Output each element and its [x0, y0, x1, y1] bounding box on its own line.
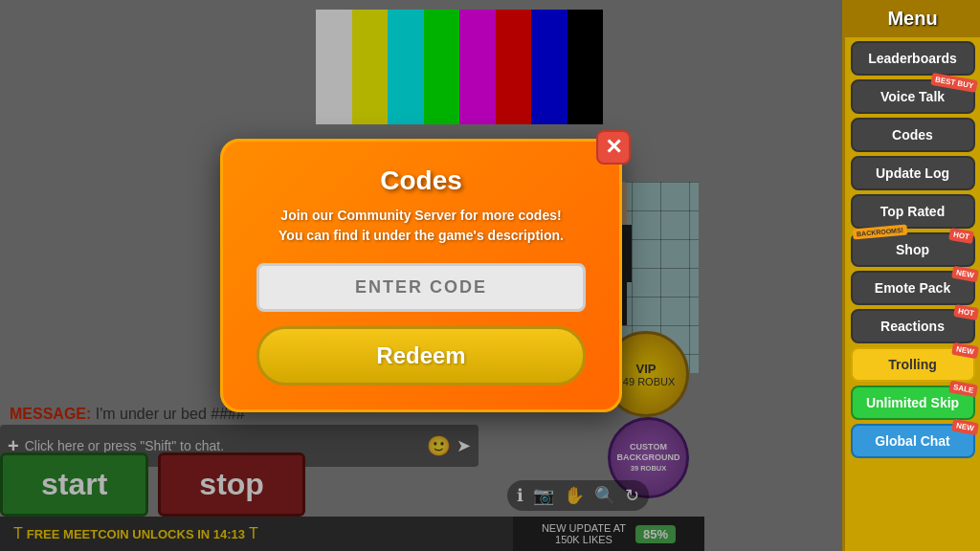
modal-overlay: ✕ Codes Join our Community Server for mo…	[0, 0, 842, 551]
reactions-label: Reactions	[880, 319, 945, 334]
trolling-label: Trolling	[888, 357, 937, 372]
menu-item-unlimited-skip[interactable]: Unlimited Skip SALE	[851, 386, 975, 420]
menu-item-update-log[interactable]: Update Log	[851, 156, 975, 190]
codes-modal: ✕ Codes Join our Community Server for mo…	[220, 139, 622, 412]
reactions-hot-badge: HOT	[953, 304, 979, 320]
modal-close-button[interactable]: ✕	[596, 130, 631, 165]
global-chat-label: Global Chat	[875, 433, 950, 449]
menu-panel: Menu Leaderboards Voice Talk BEST BUY Co…	[842, 0, 980, 551]
menu-item-trolling[interactable]: Trolling NEW	[851, 347, 975, 382]
menu-item-leaderboards[interactable]: Leaderboards	[851, 41, 975, 76]
code-input[interactable]	[256, 263, 586, 312]
unlimited-skip-label: Unlimited Skip	[866, 395, 959, 410]
trolling-new-badge: NEW	[951, 342, 979, 359]
global-chat-new-badge: NEW	[951, 419, 979, 435]
emote-pack-label: Emote Pack	[875, 280, 950, 296]
menu-title: Menu	[845, 0, 980, 37]
game-area: VIP 149 ROBUX CUSTOMBACKGROUND39 ROBUX ℹ…	[0, 0, 842, 551]
menu-item-reactions[interactable]: Reactions HOT	[851, 309, 975, 343]
menu-item-shop[interactable]: BACKROOMS! Shop HOT	[851, 232, 975, 267]
menu-item-top-rated[interactable]: Top Rated	[851, 194, 975, 229]
shop-label: Shop	[896, 242, 929, 257]
menu-item-voice-talk[interactable]: Voice Talk BEST BUY	[851, 79, 975, 114]
voice-talk-label: Voice Talk	[880, 89, 945, 104]
menu-item-emote-pack[interactable]: Emote Pack NEW	[851, 271, 975, 305]
modal-subtitle: Join our Community Server for more codes…	[256, 206, 586, 246]
shop-hot-badge: HOT	[948, 228, 974, 244]
emote-new-badge: NEW	[951, 266, 979, 282]
menu-item-codes[interactable]: Codes	[851, 118, 975, 152]
modal-subtitle-line2: You can find it under the game's descrip…	[256, 226, 586, 246]
menu-item-global-chat[interactable]: Global Chat NEW	[851, 424, 975, 458]
modal-title: Codes	[256, 165, 586, 196]
modal-subtitle-line1: Join our Community Server for more codes…	[256, 206, 586, 226]
redeem-button[interactable]: Redeem	[256, 326, 586, 386]
